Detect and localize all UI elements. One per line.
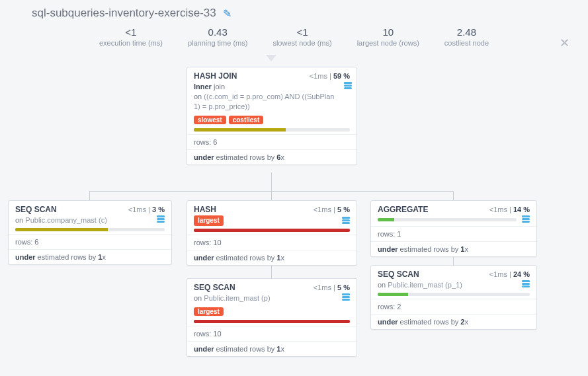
page-title: sql-subqueries-inventory-exercise-33	[32, 7, 216, 20]
node-stats: <1ms | 5 %	[314, 206, 350, 213]
disk-icon	[344, 82, 350, 90]
node-seqscan-item-p1[interactable]: SEQ SCAN <1ms | 24 % on Public.item_mast…	[370, 265, 537, 330]
node-badges: slowest costliest	[187, 114, 357, 128]
estimate-line: under estimated rows by 1x	[187, 250, 357, 265]
badge-largest: largest	[194, 307, 224, 316]
estimate-line: under estimated rows by 1x	[371, 241, 536, 256]
metric-value: 0.43	[188, 26, 247, 38]
rows-line: rows: 10	[187, 235, 357, 250]
metric-exec-time: <1 execution time (ms)	[99, 26, 163, 47]
node-aggregate[interactable]: AGGREGATE <1ms | 14 % rows: 1 under esti…	[370, 200, 537, 257]
pointer-icon	[266, 55, 276, 61]
estimate-line: under estimated rows by 2x	[371, 314, 536, 329]
disk-icon	[342, 217, 350, 225]
metric-costliest: 2.48 costliest node	[444, 26, 489, 47]
cost-bar	[378, 293, 530, 296]
metric-value: <1	[273, 26, 331, 38]
node-hash[interactable]: HASH <1ms | 5 % largest rows: 10 under e…	[187, 200, 357, 266]
rows-line: rows: 6	[187, 134, 357, 149]
metric-label: largest node (rows)	[357, 39, 419, 47]
estimate-line: under estimated rows by 1x	[187, 341, 357, 356]
node-seqscan-company[interactable]: SEQ SCAN <1ms | 3 % on Public.company_ma…	[8, 200, 172, 265]
rows-line: rows: 1	[371, 226, 536, 241]
metric-label: costliest node	[444, 39, 489, 47]
metric-value: 2.48	[444, 26, 489, 38]
metric-value: <1	[99, 26, 163, 38]
metric-label: planning time (ms)	[188, 39, 247, 47]
disk-icon	[522, 280, 530, 288]
node-stats: <1ms | 5 %	[314, 283, 350, 291]
badge-costliest: costliest	[229, 116, 264, 124]
badge-largest: largest	[194, 215, 224, 226]
rows-line: rows: 2	[371, 299, 536, 314]
connector	[89, 191, 90, 200]
metrics-bar: <1 execution time (ms) 0.43 planning tim…	[0, 24, 588, 55]
metric-label: slowest node (ms)	[273, 39, 331, 47]
metric-plan-time: 0.43 planning time (ms)	[188, 26, 247, 47]
pencil-icon[interactable]: ✎	[223, 7, 231, 20]
metric-label: execution time (ms)	[99, 39, 163, 47]
cost-bar	[15, 228, 165, 231]
node-stats: <1ms | 59 %	[310, 72, 350, 80]
connector	[271, 172, 272, 191]
node-stats: <1ms | 24 %	[489, 270, 530, 278]
cost-bar	[194, 320, 350, 323]
node-hash-join[interactable]: HASH JOIN <1ms | 59 % Inner join on ((c.…	[187, 67, 357, 165]
disk-icon	[522, 215, 530, 223]
node-seqscan-item[interactable]: SEQ SCAN <1ms | 5 % on Public.item_mast …	[187, 278, 357, 357]
estimate-line: under estimated rows by 6x	[187, 149, 357, 165]
node-title: HASH JOIN	[194, 71, 237, 81]
node-subtitle: on Public.company_mast (c)	[9, 215, 171, 228]
node-stats: <1ms | 3 %	[128, 206, 165, 213]
badge-slowest: slowest	[194, 116, 226, 124]
cost-bar	[194, 229, 350, 232]
node-title: SEQ SCAN	[15, 205, 57, 214]
node-title: SEQ SCAN	[378, 270, 419, 279]
rows-line: rows: 10	[187, 326, 357, 341]
connector	[271, 191, 272, 200]
node-title: SEQ SCAN	[194, 283, 235, 292]
disk-icon	[342, 293, 350, 301]
disk-icon	[157, 215, 165, 223]
rows-line: rows: 6	[9, 234, 171, 249]
cost-bar	[378, 218, 517, 221]
node-title: AGGREGATE	[378, 205, 428, 214]
connector	[271, 264, 272, 278]
node-subtitle: on Public.item_mast (p_1)	[371, 280, 536, 293]
metric-value: 10	[357, 26, 419, 38]
node-stats: <1ms | 14 %	[489, 206, 530, 213]
estimate-line: under estimated rows by 1x	[9, 249, 171, 264]
metric-largest: 10 largest node (rows)	[357, 26, 419, 47]
plan-canvas: HASH JOIN <1ms | 59 % Inner join on ((c.…	[0, 55, 588, 372]
node-subtitle: on Public.item_mast (p)	[187, 293, 357, 306]
cost-bar	[194, 128, 350, 132]
connector	[453, 191, 454, 200]
metric-slowest: <1 slowest node (ms)	[273, 26, 331, 47]
node-title: HASH	[194, 205, 216, 214]
node-subtitle: Inner join on ((c.com_id = p.pro_com) AN…	[187, 82, 357, 114]
close-icon[interactable]: ✕	[560, 36, 569, 50]
